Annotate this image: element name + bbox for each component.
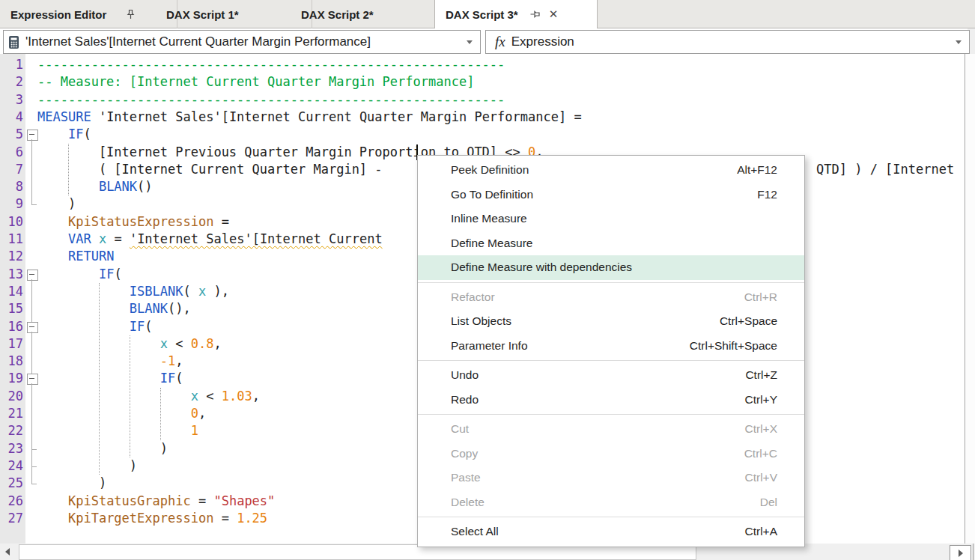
code-segment: 0.8 [191, 336, 214, 351]
code-segment [37, 319, 130, 334]
code-line[interactable]: -- Measure: [Internet Current Quarter Ma… [0, 73, 965, 91]
code-segment [37, 284, 130, 299]
menu-item-paste[interactable]: PasteCtrl+V [418, 466, 804, 490]
code-segment: "Shapes" [213, 493, 275, 508]
code-segment: 'Internet Sales'[Internet Current Quarte… [91, 109, 582, 124]
menu-item-shortcut: Ctrl+X [745, 422, 778, 436]
context-menu: Peek DefinitionAlt+F12Go To DefinitionF1… [417, 155, 805, 547]
code-segment: ) [37, 441, 168, 456]
dax-editor-window: Expression Editor DAX Script 1* DAX Scri… [0, 0, 975, 560]
menu-item-label: Select All [451, 525, 730, 538]
code-segment [37, 371, 160, 386]
code-segment: (), [168, 301, 191, 316]
code-segment: , [175, 353, 183, 368]
toolbar: 'Internet Sales'[Internet Current Quarte… [0, 28, 975, 54]
tab-dax-script-3[interactable]: DAX Script 3* ✕ [434, 0, 598, 28]
code-segment: IF [68, 127, 83, 141]
menu-separator [418, 280, 804, 285]
code-segment [37, 301, 130, 316]
code-segment: < [168, 336, 191, 351]
tab-label: DAX Script 1* [166, 8, 239, 21]
code-line[interactable]: IF( [0, 126, 965, 143]
menu-item-define-measure-with-dependencies[interactable]: Define Measure with dependencies [418, 255, 804, 280]
menu-item-shortcut: Ctrl+R [744, 290, 777, 304]
code-segment [37, 231, 68, 246]
code-segment: = [106, 231, 130, 246]
chevron-down-icon[interactable] [467, 40, 473, 44]
menu-item-label: Redo [451, 393, 730, 407]
code-segment: -- Measure: [Internet Current Quarter Ma… [37, 74, 474, 89]
scroll-right-button[interactable] [950, 545, 971, 560]
code-segment: 1 [191, 423, 198, 438]
code-segment [37, 249, 68, 264]
menu-item-parameter-info[interactable]: Parameter InfoCtrl+Shift+Space [418, 334, 804, 359]
measure-icon [8, 35, 19, 49]
menu-item-shortcut: Ctrl+Space [720, 314, 777, 328]
menu-item-undo[interactable]: UndoCtrl+Z [418, 363, 804, 388]
scroll-left-icon[interactable] [5, 548, 10, 556]
code-segment [37, 511, 68, 526]
menu-item-select-all[interactable]: Select AllCtrl+A [418, 520, 804, 544]
menu-item-label: Cut [451, 422, 730, 436]
code-segment: = [213, 214, 228, 229]
vertical-scrollbar[interactable] [965, 54, 975, 544]
code-segment: = [213, 511, 237, 526]
code-segment: ( [145, 319, 152, 334]
code-segment: x [99, 231, 106, 246]
tab-label: Expression Editor [10, 8, 106, 21]
menu-item-redo[interactable]: RedoCtrl+Y [418, 388, 804, 413]
menu-item-copy[interactable]: CopyCtrl+C [418, 442, 804, 466]
menu-item-label: List Objects [451, 314, 705, 328]
menu-item-cut[interactable]: CutCtrl+X [418, 417, 804, 442]
code-segment: < [198, 389, 222, 404]
menu-item-shortcut: Ctrl+V [745, 471, 778, 484]
menu-item-delete[interactable]: DeleteDel [418, 490, 804, 515]
code-segment [91, 231, 99, 246]
menu-item-go-to-definition[interactable]: Go To DefinitionF12 [418, 183, 804, 207]
menu-item-refactor[interactable]: RefactorCtrl+R [418, 285, 804, 310]
menu-item-label: Delete [451, 496, 745, 509]
menu-item-label: Peek Definition [451, 163, 722, 177]
code-segment: ISBLANK [130, 284, 183, 299]
code-segment [37, 493, 68, 508]
code-line[interactable]: ----------------------------------------… [0, 91, 965, 109]
window-right-edge [973, 544, 974, 560]
menu-item-list-objects[interactable]: List ObjectsCtrl+Space [418, 309, 804, 334]
tab-bar: Expression Editor DAX Script 1* DAX Scri… [0, 0, 975, 28]
code-segment: ( [183, 284, 198, 299]
code-segment: KpiStatusExpression [68, 214, 213, 229]
menu-item-label: Copy [451, 447, 729, 460]
code-segment: VAR [68, 231, 91, 246]
pin-icon[interactable] [126, 9, 136, 19]
menu-item-shortcut: F12 [757, 188, 777, 201]
code-segment [37, 423, 191, 438]
code-segment: = [191, 493, 214, 508]
code-segment: BLANK [99, 179, 137, 194]
tab-expression-editor[interactable]: Expression Editor [0, 0, 177, 28]
measure-selector-dropdown[interactable]: 'Internet Sales'[Internet Current Quarte… [3, 30, 481, 54]
code-segment: ) [37, 196, 76, 211]
close-tab-icon[interactable]: ✕ [549, 7, 559, 21]
chevron-down-icon[interactable] [956, 40, 962, 44]
tab-label: DAX Script 3* [446, 8, 518, 21]
code-line[interactable]: ----------------------------------------… [0, 56, 965, 73]
unpin-icon[interactable] [529, 10, 540, 19]
menu-item-peek-definition[interactable]: Peek DefinitionAlt+F12 [418, 158, 804, 183]
tab-dax-script-2[interactable]: DAX Script 2* [291, 0, 456, 28]
menu-item-label: Paste [451, 471, 730, 484]
code-segment: ), [206, 284, 229, 299]
code-segment: 1.03 [222, 389, 252, 404]
menu-separator [418, 514, 804, 520]
code-segment: , [213, 336, 221, 351]
code-segment [37, 179, 99, 194]
menu-separator [418, 358, 804, 363]
menu-item-define-measure[interactable]: Define Measure [418, 231, 804, 256]
property-selector-dropdown[interactable]: fx Expression [485, 30, 970, 54]
code-segment: KpiStatusGraphic [68, 493, 191, 508]
menu-item-inline-measure[interactable]: Inline Measure [418, 207, 804, 231]
code-line[interactable]: MEASURE 'Internet Sales'[Internet Curren… [0, 109, 965, 126]
fx-icon: fx [495, 34, 505, 50]
code-segment: IF [99, 267, 114, 281]
tab-dax-script-1[interactable]: DAX Script 1* [156, 0, 312, 28]
code-segment [37, 353, 160, 368]
